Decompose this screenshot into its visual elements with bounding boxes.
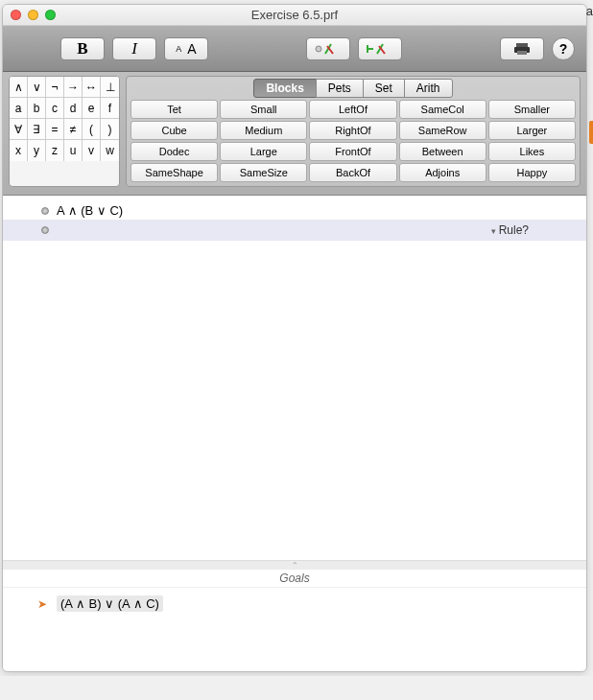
- predicate-button[interactable]: LeftOf: [309, 100, 396, 119]
- bold-button[interactable]: B: [60, 37, 105, 60]
- predicate-button[interactable]: Dodec: [130, 142, 218, 161]
- symbol-button[interactable]: ≠: [64, 119, 83, 140]
- goal-arrow-icon: ➤: [37, 597, 47, 611]
- verify-proof-button[interactable]: [358, 37, 402, 60]
- external-orange-edge: [589, 121, 593, 144]
- symbol-button[interactable]: ∧: [10, 77, 28, 98]
- symbol-button[interactable]: e: [83, 98, 101, 119]
- symbol-button[interactable]: ↔: [83, 77, 101, 98]
- predicate-button[interactable]: Tet: [130, 100, 218, 119]
- symbol-button[interactable]: ): [101, 119, 119, 140]
- goal-formula: (A ∧ B) ∨ (A ∧ C): [57, 595, 163, 612]
- proof-line-empty[interactable]: Rule?: [3, 220, 586, 241]
- symbol-button[interactable]: x: [10, 140, 28, 161]
- tab-arith[interactable]: Arith: [404, 79, 453, 98]
- step-bullet-icon: [41, 226, 49, 234]
- symbol-button[interactable]: (: [83, 119, 101, 140]
- predicate-button[interactable]: Adjoins: [399, 163, 486, 182]
- symbol-button[interactable]: v: [83, 140, 101, 161]
- symbol-button[interactable]: ∨: [28, 77, 46, 98]
- goals-header: Goals: [3, 570, 586, 588]
- font-large-icon: A: [187, 41, 196, 57]
- symbol-button[interactable]: ∀: [10, 119, 28, 140]
- predicate-button[interactable]: SameCol: [399, 100, 486, 119]
- toolbar: B I A A ?: [3, 26, 586, 72]
- predicate-button[interactable]: Likes: [488, 142, 576, 161]
- symbol-button[interactable]: ⊥: [101, 77, 119, 98]
- predicate-tabs: BlocksPetsSetArith: [130, 79, 576, 98]
- predicate-button[interactable]: SameShape: [130, 163, 218, 182]
- symbol-button[interactable]: =: [46, 119, 64, 140]
- symbol-button[interactable]: d: [64, 98, 83, 119]
- print-button[interactable]: [500, 37, 544, 60]
- symbol-button[interactable]: u: [64, 140, 83, 161]
- window-title: Exercise 6.5.prf: [3, 8, 586, 22]
- pane-divider[interactable]: ⌃: [3, 560, 586, 570]
- rule-dropdown[interactable]: Rule?: [491, 223, 529, 237]
- goal-line[interactable]: ➤ (A ∧ B) ∨ (A ∧ C): [3, 594, 586, 614]
- proof-area[interactable]: A ∧ (B ∨ C) Rule?: [3, 196, 586, 560]
- symbol-button[interactable]: w: [101, 140, 119, 161]
- predicate-button[interactable]: Smaller: [488, 100, 576, 119]
- predicate-button[interactable]: Large: [220, 142, 307, 161]
- predicate-button[interactable]: SameSize: [220, 163, 307, 182]
- symbol-button[interactable]: ∃: [28, 119, 46, 140]
- tab-set[interactable]: Set: [363, 79, 405, 98]
- predicate-button[interactable]: Medium: [220, 121, 307, 140]
- symbol-button[interactable]: y: [28, 140, 46, 161]
- symbol-button[interactable]: ¬: [46, 77, 64, 98]
- predicate-grid: TetSmallLeftOfSameColSmallerCubeMediumRi…: [130, 100, 576, 182]
- tab-pets[interactable]: Pets: [316, 79, 364, 98]
- italic-button[interactable]: I: [112, 37, 156, 60]
- printer-icon: [512, 42, 532, 56]
- step-bullet-icon: [41, 207, 49, 215]
- svg-rect-3: [517, 51, 527, 55]
- font-size-button[interactable]: A A: [164, 37, 208, 60]
- titlebar: Exercise 6.5.prf: [3, 5, 586, 26]
- proof-formula: A ∧ (B ∨ C): [57, 203, 123, 218]
- question-icon: ?: [559, 41, 568, 57]
- predicate-panel: BlocksPetsSetArith TetSmallLeftOfSameCol…: [126, 76, 581, 187]
- symbol-button[interactable]: z: [46, 140, 64, 161]
- tab-blocks[interactable]: Blocks: [253, 79, 316, 98]
- predicate-button[interactable]: Small: [220, 100, 307, 119]
- predicate-button[interactable]: RightOf: [309, 121, 396, 140]
- predicate-button[interactable]: Between: [399, 142, 486, 161]
- predicate-button[interactable]: FrontOf: [309, 142, 396, 161]
- svg-point-0: [316, 46, 321, 52]
- symbol-button[interactable]: f: [101, 98, 119, 119]
- predicate-button[interactable]: Larger: [488, 121, 576, 140]
- svg-rect-1: [516, 43, 528, 47]
- symbol-button[interactable]: c: [46, 98, 64, 119]
- symbol-button[interactable]: b: [28, 98, 46, 119]
- app-window: Exercise 6.5.prf B I A A ? ∧∨¬→↔⊥abcdef∀…: [2, 4, 587, 672]
- predicate-button[interactable]: SameRow: [399, 121, 486, 140]
- symbol-button[interactable]: →: [64, 77, 83, 98]
- palette-area: ∧∨¬→↔⊥abcdef∀∃=≠()xyzuvw BlocksPetsSetAr…: [3, 72, 586, 196]
- proof-line[interactable]: A ∧ (B ∨ C): [3, 201, 586, 220]
- goals-area: ➤ (A ∧ B) ∨ (A ∧ C): [3, 588, 586, 671]
- font-small-icon: A: [176, 44, 181, 54]
- predicate-button[interactable]: Happy: [488, 163, 576, 182]
- predicate-button[interactable]: BackOf: [309, 163, 396, 182]
- help-button[interactable]: ?: [552, 37, 575, 60]
- symbol-button[interactable]: a: [10, 98, 28, 119]
- predicate-button[interactable]: Cube: [130, 121, 218, 140]
- verify-step-button[interactable]: [306, 37, 350, 60]
- symbol-grid: ∧∨¬→↔⊥abcdef∀∃=≠()xyzuvw: [9, 76, 120, 187]
